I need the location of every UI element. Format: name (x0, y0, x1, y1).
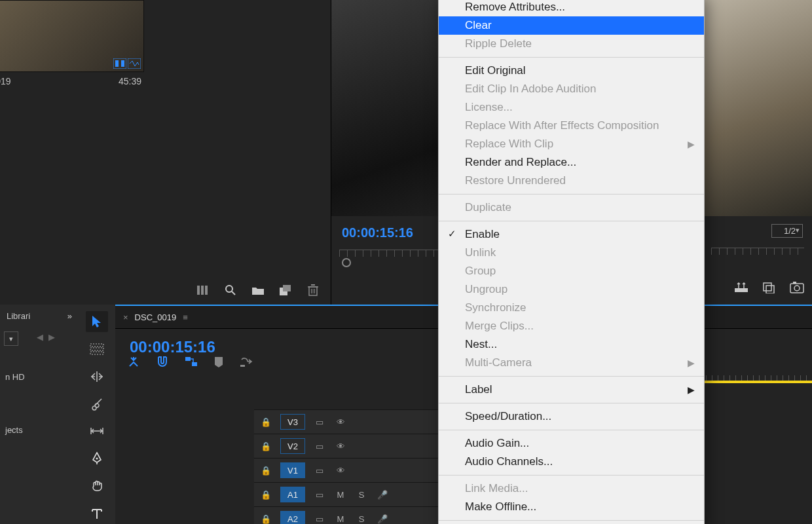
menu-separator (439, 403, 704, 403)
slip-tool-icon[interactable] (86, 421, 108, 442)
sync-lock-icon[interactable]: ▭ (313, 441, 326, 451)
track-target[interactable]: V3 (280, 414, 305, 430)
svg-point-25 (794, 286, 800, 291)
bin-toolbar (196, 284, 320, 297)
menu-item: Duplicate (439, 198, 704, 217)
search-icon[interactable] (224, 284, 237, 297)
lock-icon[interactable]: 🔒 (259, 466, 272, 476)
close-tab-icon[interactable]: × (123, 312, 128, 322)
menu-item[interactable]: Remove Attributes... (439, 0, 704, 16)
menu-item[interactable]: Clear (439, 16, 704, 35)
svg-rect-10 (205, 286, 208, 295)
check-icon: ✓ (448, 228, 456, 240)
hand-tool-icon[interactable] (86, 476, 108, 496)
menu-item[interactable]: Speed/Duration... (439, 407, 704, 426)
program-frame[interactable] (703, 0, 812, 216)
eye-icon[interactable]: 👁 (334, 441, 347, 451)
lock-icon[interactable]: 🔒 (259, 441, 272, 451)
clip-duration: 45:39 (119, 76, 141, 86)
mute-toggle[interactable]: M (334, 490, 347, 500)
track-target[interactable]: V1 (280, 462, 305, 478)
track-header-a2[interactable]: 🔒 A2 ▭ M S 🎤 (254, 506, 447, 524)
svg-point-34 (96, 458, 98, 460)
lock-icon[interactable]: 🔒 (259, 417, 272, 427)
submenu-arrow-icon: ▶ (688, 139, 695, 149)
marker-icon[interactable] (762, 282, 775, 295)
razor-tool-icon[interactable] (86, 394, 108, 415)
nav-back-icon[interactable]: ◀ (37, 332, 43, 342)
sequence-name[interactable]: DSC_0019 (135, 312, 177, 322)
ripple-edit-tool-icon[interactable] (86, 366, 108, 387)
menu-item[interactable]: Make Offline... (439, 498, 704, 516)
track-header-v3[interactable]: 🔒 V3 ▭ 👁 (254, 409, 447, 434)
new-bin-icon[interactable] (251, 284, 265, 297)
submenu-arrow-icon: ▶ (688, 384, 695, 395)
menu-item[interactable]: Render and Replace... (439, 153, 704, 172)
list-view-icon[interactable] (196, 284, 210, 297)
track-target[interactable]: V2 (280, 438, 305, 454)
context-menu[interactable]: Remove Attributes...ClearRipple DeleteEd… (438, 0, 705, 524)
svg-rect-28 (90, 348, 103, 350)
menu-item: Restore Unrendered (439, 172, 704, 190)
track-header-v2[interactable]: 🔒 V2 ▭ 👁 (254, 434, 447, 458)
lift-icon[interactable] (735, 282, 748, 295)
menu-item[interactable]: Nest... (439, 335, 704, 354)
resolution-selector[interactable]: 1/2 (771, 224, 803, 238)
source-playhead-icon[interactable] (342, 258, 351, 267)
sync-lock-icon[interactable]: ▭ (313, 514, 326, 524)
svg-rect-35 (185, 357, 191, 361)
menu-item[interactable]: Enable✓ (439, 225, 704, 244)
solo-toggle[interactable]: S (355, 514, 368, 524)
voiceover-icon[interactable]: 🎤 (376, 490, 389, 500)
track-header-v1[interactable]: 🔒 V1 ▭ 👁 (254, 458, 447, 482)
new-item-icon[interactable] (279, 284, 292, 297)
trash-icon[interactable] (306, 284, 320, 297)
marker-add-icon[interactable] (213, 356, 224, 369)
lock-icon[interactable]: 🔒 (259, 490, 272, 500)
menu-item: Link Media... (439, 479, 704, 498)
library-item[interactable]: n HD (0, 346, 79, 386)
menu-item[interactable]: Audio Gain... (439, 434, 704, 453)
library-header: Librari » (0, 305, 79, 328)
snap-icon[interactable] (127, 356, 140, 369)
library-dropdown[interactable]: ▾ (4, 331, 18, 346)
magnet-icon[interactable] (156, 356, 169, 369)
lock-icon[interactable]: 🔒 (259, 514, 272, 524)
eye-icon[interactable]: 👁 (334, 466, 347, 476)
type-tool-icon[interactable] (86, 503, 108, 524)
eye-icon[interactable]: 👁 (334, 417, 347, 427)
export-frame-icon[interactable] (790, 282, 804, 295)
track-header-a1[interactable]: 🔒 A1 ▭ M S 🎤 (254, 482, 447, 506)
svg-point-11 (226, 286, 232, 292)
mute-toggle[interactable]: M (334, 514, 347, 524)
sync-lock-icon[interactable]: ▭ (313, 490, 326, 500)
menu-item: Group (439, 262, 704, 280)
clip-thumbnail[interactable] (0, 0, 144, 72)
library-item[interactable]: jects (0, 386, 79, 439)
library-tab-label[interactable]: Librari (7, 311, 30, 321)
voiceover-icon[interactable]: 🎤 (376, 514, 389, 524)
tab-options-icon[interactable]: ≡ (183, 312, 188, 322)
timeline-timecode[interactable]: 00:00:15:16 (130, 338, 215, 356)
menu-separator (439, 221, 704, 221)
nav-fwd-icon[interactable]: ▶ (48, 332, 55, 342)
program-ruler[interactable] (711, 248, 804, 263)
panel-menu-icon[interactable]: » (67, 311, 72, 321)
track-select-tool-icon[interactable] (86, 339, 108, 360)
settings-icon[interactable] (240, 356, 253, 369)
sync-lock-icon[interactable]: ▭ (313, 466, 326, 476)
sync-lock-icon[interactable]: ▭ (313, 417, 326, 427)
svg-rect-29 (90, 352, 103, 354)
bin-clip[interactable]: DSC_0019 45:39 (0, 0, 144, 86)
track-target[interactable]: A2 (280, 511, 305, 524)
selection-tool-icon[interactable] (86, 311, 108, 332)
menu-item[interactable]: Edit Original (439, 62, 704, 80)
menu-item[interactable]: Audio Channels... (439, 453, 704, 471)
solo-toggle[interactable]: S (355, 490, 368, 500)
pen-tool-icon[interactable] (86, 448, 108, 469)
svg-rect-26 (793, 282, 796, 284)
track-target[interactable]: A1 (280, 487, 305, 502)
linked-selection-icon[interactable] (185, 356, 198, 369)
bin-thumbnails: 24:42 DSC_0019 45:39 (0, 0, 327, 86)
menu-item[interactable]: Label▶ (439, 381, 704, 399)
